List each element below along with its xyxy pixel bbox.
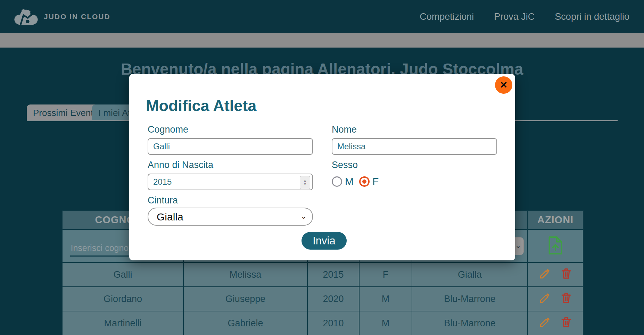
nav-link-scopri[interactable]: Scopri in dettaglio [555, 11, 629, 22]
modal-title: Modifica Atleta [146, 97, 256, 115]
cognome-field[interactable] [148, 138, 313, 155]
pencil-icon [539, 316, 551, 328]
table-row: Giordano Giuseppe 2020 M Blu-Marrone [62, 287, 583, 311]
table-row: Galli Melissa 2015 F Gialla [62, 262, 583, 287]
col-header-azioni: AZIONI [528, 210, 583, 229]
delete-athlete-button[interactable] [561, 268, 572, 280]
nav-link-competizioni[interactable]: Competizioni [420, 11, 474, 22]
invia-button[interactable]: Invia [302, 232, 347, 250]
delete-athlete-button[interactable] [561, 316, 572, 329]
anno-field[interactable] [148, 174, 313, 190]
cell-anno: 2020 [307, 287, 359, 311]
table-row: Martinelli Gabriele 2010 M Blu-Marrone [62, 311, 583, 335]
tab-prossimi-eventi[interactable]: Prossimi Eventi [27, 104, 101, 120]
edit-athlete-button[interactable] [539, 316, 551, 329]
sesso-radio-group: M F [332, 176, 384, 187]
import-athletes-button[interactable] [547, 236, 563, 256]
close-button[interactable]: ✕ [495, 76, 512, 94]
judo-cloud-icon [13, 6, 39, 27]
brand-logo[interactable]: JUDO IN CLOUD [13, 6, 110, 27]
pencil-icon [539, 268, 551, 279]
gray-strip [0, 33, 644, 48]
trash-icon [561, 292, 572, 304]
nav-link-prova-jic[interactable]: Prova JiC [494, 11, 535, 22]
cell-cognome: Galli [62, 262, 183, 287]
cell-cintura: Gialla [412, 262, 528, 287]
delete-athlete-button[interactable] [561, 292, 572, 305]
nome-label: Nome [332, 124, 357, 135]
cognome-label: Cognome [148, 124, 188, 135]
nav-links: Competizioni Prova JiC Scopri in dettagl… [420, 11, 629, 22]
edit-athlete-button[interactable] [539, 292, 551, 305]
stepper-down-icon: ˅ [304, 183, 306, 186]
number-stepper[interactable]: ˄ ˅ [300, 176, 310, 189]
radio-m[interactable] [332, 176, 342, 187]
cell-anno: 2015 [307, 262, 359, 287]
cell-nome: Giuseppe [183, 287, 307, 311]
cell-cognome: Giordano [62, 287, 183, 311]
cell-sesso: M [359, 311, 412, 335]
anno-label: Anno di Nascita [148, 160, 213, 170]
radio-f-label: F [372, 176, 379, 187]
cell-cognome: Martinelli [62, 311, 183, 335]
close-icon: ✕ [500, 81, 508, 90]
pencil-icon [539, 292, 551, 304]
brand-text: JUDO IN CLOUD [44, 12, 110, 21]
edit-athlete-modal: ✕ Modifica Atleta Cognome Nome Anno di N… [129, 74, 515, 260]
nome-field[interactable] [332, 138, 497, 155]
cell-sesso: F [359, 262, 412, 287]
edit-athlete-button[interactable] [539, 268, 551, 280]
radio-m-label: M [345, 176, 354, 187]
cintura-select[interactable]: Gialla [148, 208, 313, 226]
cell-nome: Melissa [183, 262, 307, 287]
trash-icon [561, 316, 572, 328]
trash-icon [561, 268, 572, 279]
cell-cintura: Blu-Marrone [412, 311, 528, 335]
radio-f[interactable] [359, 176, 370, 187]
cell-nome: Gabriele [183, 311, 307, 335]
navbar: JUDO IN CLOUD Competizioni Prova JiC Sco… [0, 0, 644, 33]
cintura-label: Cintura [148, 195, 178, 206]
file-upload-icon [547, 236, 563, 255]
cell-sesso: M [359, 287, 412, 311]
sesso-label: Sesso [332, 160, 358, 170]
cell-anno: 2010 [307, 311, 359, 335]
cell-cintura: Blu-Marrone [412, 287, 528, 311]
